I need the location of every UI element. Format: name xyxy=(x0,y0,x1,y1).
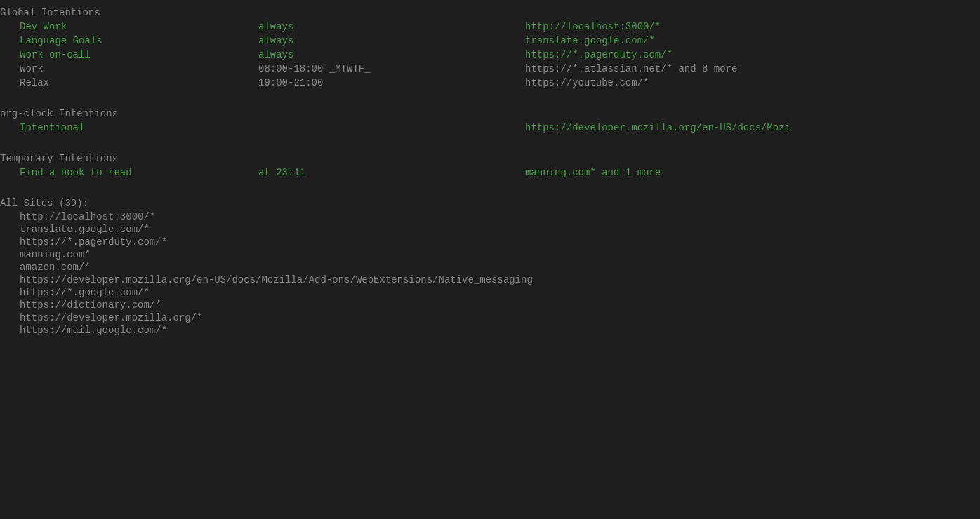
site-item-6: https://*.google.com/* xyxy=(0,286,980,299)
intention-row-work: Work 08:00-18:00 _MTWTF_ https://*.atlas… xyxy=(0,62,980,76)
intention-urls-intentional: https://developer.mozilla.org/en-US/docs… xyxy=(525,122,980,133)
intention-schedule-dev-work: always xyxy=(258,21,525,32)
orgclock-intentions-header: org-clock Intentions xyxy=(0,107,980,121)
global-intentions-header: Global Intentions xyxy=(0,6,980,20)
site-item-9: https://mail.google.com/* xyxy=(0,324,980,337)
intention-schedule-work: 08:00-18:00 _MTWTF_ xyxy=(258,63,525,74)
intention-urls-find-book: manning.com* and 1 more xyxy=(525,167,980,178)
intention-name-find-book: Find a book to read xyxy=(20,167,258,178)
site-item-2: https://*.pagerduty.com/* xyxy=(0,236,980,248)
orgclock-intentions-section: org-clock Intentions Intentional https:/… xyxy=(0,107,980,135)
intention-row-find-book: Find a book to read at 23:11 manning.com… xyxy=(0,166,980,180)
intention-urls-work: https://*.atlassian.net/* and 8 more xyxy=(525,63,980,74)
global-intentions-section: Global Intentions Dev Work always http:/… xyxy=(0,6,980,90)
site-item-1: translate.google.com/* xyxy=(0,223,980,236)
site-item-8: https://developer.mozilla.org/* xyxy=(0,311,980,324)
intention-name-relax: Relax xyxy=(20,77,258,88)
intention-name-work-oncall: Work on-call xyxy=(20,49,258,60)
intention-row-work-oncall: Work on-call always https://*.pagerduty.… xyxy=(0,48,980,62)
intention-row-relax: Relax 19:00-21:00 https://youtube.com/* xyxy=(0,76,980,90)
intention-schedule-find-book: at 23:11 xyxy=(258,167,525,178)
all-sites-header: All Sites (39): xyxy=(0,196,980,210)
intention-name-language-goals: Language Goals xyxy=(20,35,258,46)
temporary-intentions-section: Temporary Intentions Find a book to read… xyxy=(0,151,980,180)
intention-schedule-work-oncall: always xyxy=(258,49,525,60)
all-sites-section: All Sites (39): http://localhost:3000/* … xyxy=(0,196,980,337)
site-item-5: https://developer.mozilla.org/en-US/docs… xyxy=(0,274,980,286)
intention-row-intentional: Intentional https://developer.mozilla.or… xyxy=(0,121,980,135)
intention-urls-language-goals: translate.google.com/* xyxy=(525,35,980,46)
temporary-intentions-header: Temporary Intentions xyxy=(0,151,980,166)
site-item-3: manning.com* xyxy=(0,248,980,261)
intention-urls-dev-work: http://localhost:3000/* xyxy=(525,21,980,32)
site-item-0: http://localhost:3000/* xyxy=(0,210,980,223)
intention-urls-relax: https://youtube.com/* xyxy=(525,77,980,88)
intention-name-dev-work: Dev Work xyxy=(20,21,258,32)
site-item-4: amazon.com/* xyxy=(0,261,980,274)
site-item-7: https://dictionary.com/* xyxy=(0,299,980,311)
intention-schedule-relax: 19:00-21:00 xyxy=(258,77,525,88)
intention-row-language-goals: Language Goals always translate.google.c… xyxy=(0,34,980,48)
intention-name-work: Work xyxy=(20,63,258,74)
intention-urls-work-oncall: https://*.pagerduty.com/* xyxy=(525,49,980,60)
intention-schedule-language-goals: always xyxy=(258,35,525,46)
intention-name-intentional: Intentional xyxy=(20,122,258,133)
intention-row-dev-work: Dev Work always http://localhost:3000/* xyxy=(0,20,980,34)
